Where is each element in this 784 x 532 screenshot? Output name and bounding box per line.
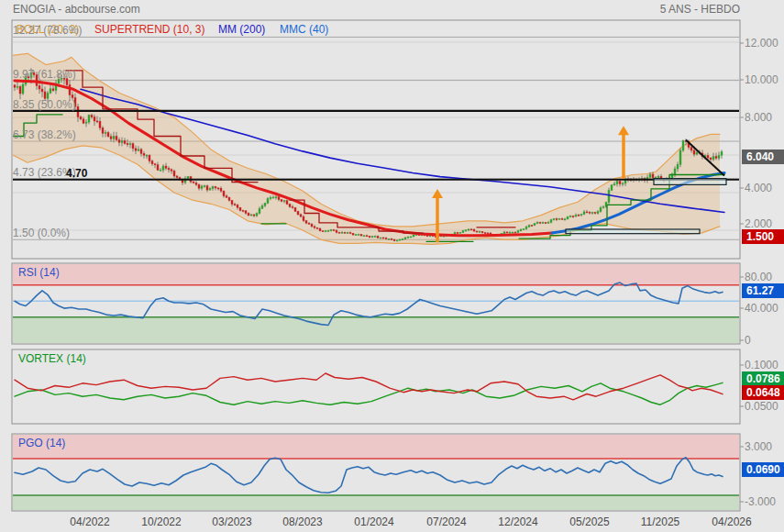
y-axis-badge: 1.500 (742, 229, 784, 244)
y-axis-tick: 0.1000 (745, 359, 778, 371)
y-axis-tickmarks (740, 43, 744, 502)
x-axis-label: 04/2026 (704, 515, 759, 528)
y-axis-tick: 10.000 (745, 73, 778, 86)
y-axis-tick: 2.000 (745, 217, 772, 230)
x-axis-label: 05/2025 (562, 515, 617, 528)
y-axis-badge: 0.0690 (742, 462, 784, 477)
x-axis-label: 07/2024 (419, 515, 474, 528)
y-axis-tick: 4.000 (745, 182, 772, 194)
y-axis-tick: 80.00 (745, 271, 772, 283)
y-axis-badge: 0.0648 (742, 385, 784, 400)
x-axis-label: 03/2023 (204, 515, 259, 528)
y-axis-tick: -3.000 (745, 495, 776, 508)
x-axis-label: 08/2023 (275, 515, 330, 528)
y-axis-tick: 40.000 (745, 302, 778, 315)
y-axis-badge: 61.27 (742, 283, 784, 298)
y-axis-badge: 6.040 (742, 150, 784, 164)
y-axis-tick: 3.000 (745, 440, 772, 453)
chart-board: ENOGIA - abcbourse.com 5 ANS - HEBDO BOL… (0, 0, 784, 532)
y-axis-tick: 0.0500 (745, 400, 778, 413)
rsi-plot-area[interactable] (12, 263, 740, 344)
x-axis-label: 04/2022 (62, 515, 117, 528)
y-axis-badge: 0.0786 (742, 371, 784, 386)
y-axis-tick: 8.000 (745, 111, 772, 124)
pgo-plot-area[interactable] (12, 434, 740, 511)
x-axis-label: 01/2024 (347, 515, 402, 528)
y-axis-tick: 0 (745, 334, 751, 347)
x-axis-label: 10/2022 (134, 515, 189, 528)
vortex-plot-area[interactable] (12, 349, 740, 424)
y-axis-tick: 12.000 (745, 37, 778, 50)
x-axis-label: 11/2025 (633, 515, 688, 528)
main-chart-plot-area[interactable] (12, 20, 740, 259)
x-axis-label: 12/2024 (491, 515, 546, 528)
